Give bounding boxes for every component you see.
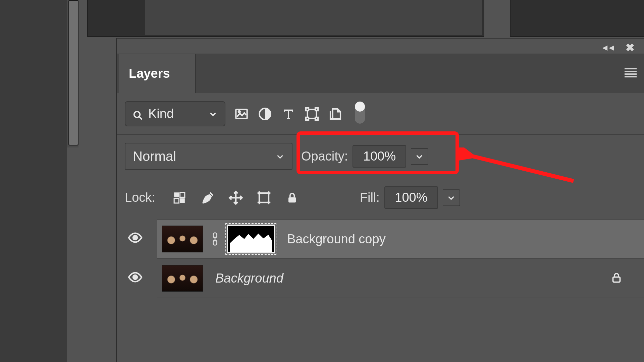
collapse-icon[interactable]: ◄◄ (601, 43, 614, 53)
left-bg-strip (0, 0, 67, 362)
svg-rect-20 (259, 193, 269, 202)
visibility-toggle[interactable] (127, 229, 144, 246)
layer-thumbnail[interactable] (162, 226, 203, 252)
layer-mask-thumbnail[interactable] (227, 225, 275, 253)
blend-mode-dropdown[interactable]: Normal (125, 143, 292, 170)
svg-rect-15 (180, 198, 184, 203)
svg-point-0 (134, 111, 140, 117)
fill-chevron[interactable] (443, 189, 460, 206)
lock-label: Lock: (125, 190, 155, 205)
lock-fill-row: Lock: Fill: 100% (117, 178, 644, 217)
svg-rect-17 (174, 198, 179, 203)
filter-row: Kind (117, 93, 644, 135)
opacity-value[interactable]: 100% (353, 145, 406, 168)
fill-group: Fill: 100% (360, 186, 460, 209)
chevron-down-icon (209, 110, 217, 118)
layer-thumbnail[interactable] (162, 265, 203, 292)
svg-point-34 (133, 275, 137, 279)
svg-rect-35 (613, 277, 620, 282)
svg-rect-29 (288, 197, 296, 202)
lock-transparent-pixels-icon[interactable] (172, 190, 187, 205)
panel-menu-icon[interactable] (625, 68, 637, 77)
opacity-group: Opacity: 100% (301, 145, 428, 168)
scrollbar-thumb[interactable] (68, 0, 78, 145)
layer-name[interactable]: Background (215, 271, 603, 286)
tab-layers[interactable]: Layers (119, 54, 196, 93)
filter-pixel-layers-icon[interactable] (234, 107, 249, 121)
lock-icon[interactable] (610, 272, 623, 285)
layer-row[interactable]: Background copy (157, 219, 644, 259)
filter-adjustment-layers-icon[interactable] (258, 107, 272, 121)
link-icon[interactable] (211, 230, 219, 248)
svg-rect-16 (180, 192, 184, 197)
layer-row-wrap: Background (117, 259, 644, 298)
canvas-area-right (510, 0, 644, 37)
search-icon (133, 109, 143, 119)
fill-value[interactable]: 100% (384, 186, 438, 209)
svg-point-3 (238, 111, 240, 112)
tab-label: Layers (129, 66, 170, 81)
svg-rect-14 (174, 192, 179, 197)
lock-artboard-icon[interactable] (257, 190, 271, 205)
panel-header: ◄◄ ✖ (117, 39, 644, 54)
toggle-knob (355, 102, 365, 112)
blend-mode-value: Normal (133, 149, 176, 164)
tab-row: Layers (117, 54, 644, 93)
lock-image-pixels-icon[interactable] (200, 190, 215, 205)
chevron-down-icon (276, 152, 284, 161)
layers-panel: ◄◄ ✖ Layers Kind (116, 38, 644, 362)
layer-row-wrap: Background copy (117, 219, 644, 259)
filter-smart-objects-icon[interactable] (328, 107, 343, 121)
lock-position-icon[interactable] (228, 190, 243, 205)
canvas-area-mid (145, 0, 482, 35)
filter-kind-dropdown[interactable]: Kind (125, 101, 225, 126)
filter-toggle[interactable] (355, 104, 365, 124)
visibility-toggle[interactable] (127, 269, 144, 286)
filter-kind-label: Kind (148, 107, 174, 121)
svg-point-30 (133, 236, 137, 240)
filter-shape-layers-icon[interactable] (305, 107, 319, 121)
layer-name[interactable]: Background copy (287, 232, 636, 246)
opacity-chevron[interactable] (411, 148, 428, 165)
filter-type-layers-icon[interactable] (281, 107, 296, 121)
layer-row[interactable]: Background (157, 259, 644, 298)
close-icon[interactable]: ✖ (626, 41, 635, 54)
lock-all-icon[interactable] (285, 190, 300, 205)
blend-opacity-row: Normal Opacity: 100% (117, 135, 644, 178)
scrollbar-track[interactable] (67, 0, 78, 147)
fill-label[interactable]: Fill: (360, 190, 380, 205)
opacity-label[interactable]: Opacity: (301, 149, 348, 164)
svg-line-1 (139, 116, 142, 119)
layer-list: Background copy Background (117, 217, 644, 298)
